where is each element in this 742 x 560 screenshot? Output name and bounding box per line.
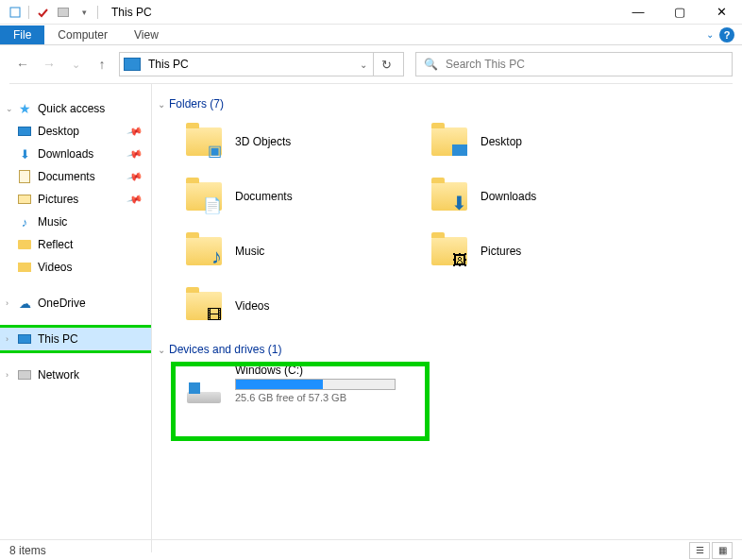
svg-rect-0 <box>10 8 20 17</box>
music-icon: ♪ <box>17 214 32 229</box>
section-drives[interactable]: ⌄ Devices and drives (1) <box>158 343 742 356</box>
section-title: Devices and drives (1) <box>169 343 281 356</box>
search-icon: 🔍 <box>424 58 438 71</box>
folder-desktop[interactable]: Desktop <box>430 118 675 165</box>
view-details-button[interactable]: ☰ <box>689 542 710 559</box>
refresh-button[interactable]: ↻ <box>374 58 399 72</box>
folder-videos[interactable]: 🎞 Videos <box>184 282 430 330</box>
tab-file[interactable]: File <box>0 25 44 44</box>
videos-icon <box>17 260 32 275</box>
minimize-button[interactable]: — <box>617 0 659 25</box>
ribbon-tabs: File Computer View ⌄ ? <box>0 25 742 45</box>
item-count: 8 items <box>9 544 46 557</box>
pin-icon: 📌 <box>126 191 144 208</box>
section-folders[interactable]: ⌄ Folders (7) <box>158 97 742 110</box>
chevron-down-icon: ⌄ <box>158 345 165 355</box>
tree-quick-access[interactable]: ⌄ ★ Quick access <box>0 97 151 120</box>
tree-item-documents[interactable]: Documents 📌 <box>0 165 151 188</box>
content-pane: ⌄ Folders (7) ▣ 3D Objects Desktop 📄 Doc… <box>151 84 742 552</box>
chevron-right-icon[interactable]: › <box>6 370 17 380</box>
folder-icon <box>17 237 32 252</box>
folder-icon: ⬇ <box>430 177 469 216</box>
documents-icon <box>17 169 32 184</box>
section-title: Folders (7) <box>169 97 224 110</box>
back-button[interactable]: ← <box>13 55 32 74</box>
tree-item-downloads[interactable]: ⬇ Downloads 📌 <box>0 143 151 165</box>
recent-dropdown[interactable]: ⌄ <box>66 55 85 74</box>
pc-icon <box>124 58 141 71</box>
pictures-icon <box>17 192 32 207</box>
folder-grid: ▣ 3D Objects Desktop 📄 Documents ⬇ Downl… <box>184 118 742 330</box>
desktop-icon <box>17 124 32 139</box>
folder-icon: 📄 <box>184 177 224 216</box>
folder-icon: 🎞 <box>184 286 224 326</box>
address-dropdown-icon[interactable]: ⌄ <box>354 59 373 70</box>
folder-pictures[interactable]: 🖼 Pictures <box>430 228 675 275</box>
tree-label: Quick access <box>38 102 105 115</box>
tree-item-videos[interactable]: Videos <box>0 256 151 279</box>
navigation-tree: ⌄ ★ Quick access Desktop 📌 ⬇ Downloads 📌… <box>0 84 151 552</box>
folder-downloads[interactable]: ⬇ Downloads <box>430 173 675 220</box>
maximize-button[interactable]: ▢ <box>659 0 700 25</box>
pin-icon: 📌 <box>126 123 144 140</box>
statusbar: 8 items ☰ ▦ <box>0 539 742 560</box>
tree-item-music[interactable]: ♪ Music <box>0 211 151 233</box>
folder-icon: ▣ <box>184 122 224 161</box>
chevron-down-icon[interactable]: ⌄ <box>6 104 17 113</box>
qat-dropdown-icon[interactable]: ▾ <box>75 3 93 22</box>
forward-button[interactable]: → <box>40 55 59 74</box>
network-icon <box>17 367 32 382</box>
pin-icon: 📌 <box>126 168 144 185</box>
tab-view[interactable]: View <box>121 25 172 44</box>
star-icon: ★ <box>17 101 32 116</box>
pin-icon: 📌 <box>126 145 144 162</box>
address-text: This PC <box>148 58 354 71</box>
window-controls: — ▢ ✕ <box>617 0 742 25</box>
window-title: This PC <box>111 6 152 19</box>
qat-prop-icon[interactable] <box>6 3 25 22</box>
search-input[interactable]: 🔍 Search This PC <box>415 52 733 76</box>
ribbon-collapse-icon[interactable]: ⌄ <box>706 29 714 40</box>
quick-access-toolbar: ▾ <box>0 3 100 22</box>
folder-icon: 🖼 <box>430 231 469 271</box>
tree-item-pictures[interactable]: Pictures 📌 <box>0 188 151 211</box>
qat-drive-icon[interactable] <box>54 3 73 22</box>
qat-check-icon[interactable] <box>33 3 52 22</box>
folder-music[interactable]: ♪ Music <box>184 228 430 275</box>
folder-icon: ♪ <box>184 231 224 271</box>
separator <box>97 6 98 19</box>
chevron-right-icon[interactable]: › <box>6 298 17 308</box>
tree-network[interactable]: › Network <box>0 364 151 386</box>
chevron-down-icon: ⌄ <box>158 99 165 110</box>
address-bar[interactable]: This PC ⌄ ↻ <box>119 52 404 76</box>
chevron-right-icon[interactable]: › <box>6 334 17 344</box>
tree-item-desktop[interactable]: Desktop 📌 <box>0 120 151 143</box>
titlebar: ▾ This PC — ▢ ✕ <box>0 0 742 25</box>
navbar: ← → ⌄ ↑ This PC ⌄ ↻ 🔍 Search This PC <box>0 45 742 83</box>
folder-documents[interactable]: 📄 Documents <box>184 173 430 220</box>
pc-icon <box>17 331 32 347</box>
help-button[interactable]: ? <box>719 27 734 42</box>
tree-item-reflect[interactable]: Reflect <box>0 233 151 256</box>
separator <box>28 6 29 19</box>
folder-icon <box>430 122 469 161</box>
tree-onedrive[interactable]: › ☁ OneDrive <box>0 292 151 314</box>
up-button[interactable]: ↑ <box>93 55 111 74</box>
downloads-icon: ⬇ <box>17 146 32 161</box>
main-area: ⌄ ★ Quick access Desktop 📌 ⬇ Downloads 📌… <box>0 84 742 552</box>
search-placeholder: Search This PC <box>446 58 525 71</box>
tab-computer[interactable]: Computer <box>44 25 121 44</box>
close-button[interactable]: ✕ <box>700 0 742 25</box>
tree-this-pc[interactable]: › This PC <box>0 328 151 350</box>
cloud-icon: ☁ <box>17 296 32 311</box>
view-tiles-button[interactable]: ▦ <box>712 542 733 559</box>
folder-3d-objects[interactable]: ▣ 3D Objects <box>184 118 430 165</box>
